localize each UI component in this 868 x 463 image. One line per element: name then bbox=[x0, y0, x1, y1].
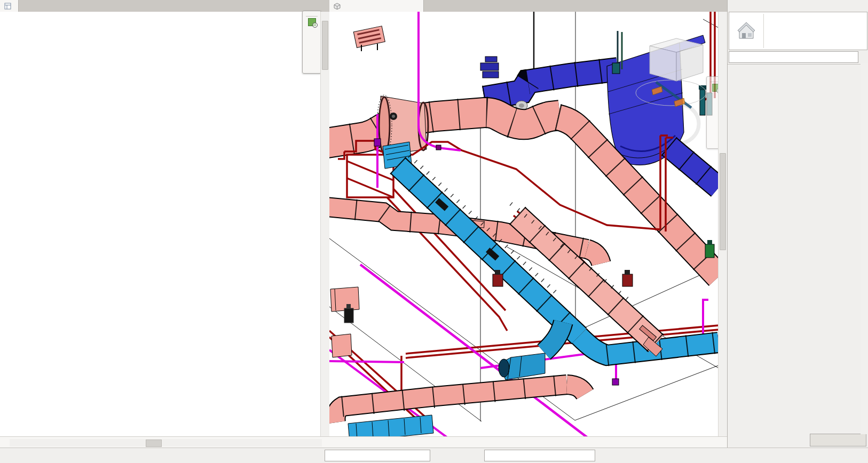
tab-3d-view[interactable] bbox=[329, 0, 424, 12]
window-menu-button[interactable] bbox=[721, 0, 727, 12]
instance-selector[interactable] bbox=[729, 51, 858, 63]
schedule-navigation-bar bbox=[302, 11, 321, 74]
editable-only-icon[interactable] bbox=[456, 451, 465, 460]
schedule-vertical-scrollbar[interactable] bbox=[320, 12, 329, 436]
type-preview bbox=[729, 14, 764, 48]
properties-scrollbar[interactable] bbox=[861, 63, 868, 434]
schedule-horizontal-scrollbar[interactable] bbox=[10, 439, 322, 446]
schedule-content bbox=[0, 12, 321, 436]
window-menu-button[interactable] bbox=[323, 0, 329, 12]
active-workset-dropdown[interactable] bbox=[325, 450, 430, 461]
worksets-icon[interactable] bbox=[312, 451, 321, 460]
tab-schedule[interactable] bbox=[0, 0, 19, 12]
properties-title-bar bbox=[728, 0, 868, 12]
schedule-icon bbox=[4, 3, 11, 10]
properties-grid bbox=[728, 64, 861, 433]
view3d-icon bbox=[334, 3, 341, 10]
edit-type-button[interactable] bbox=[860, 51, 867, 63]
revit-application bbox=[0, 0, 868, 463]
properties-panel bbox=[727, 0, 868, 448]
apply-button[interactable] bbox=[810, 434, 866, 446]
schedule-bottom-bar bbox=[0, 436, 329, 448]
house-3d-icon bbox=[735, 20, 757, 42]
schedule-window bbox=[0, 0, 330, 448]
active-design-option-dropdown[interactable] bbox=[484, 450, 595, 461]
view-control-bar bbox=[329, 436, 727, 448]
schedule-tabbar bbox=[0, 0, 329, 12]
3d-viewport[interactable] bbox=[329, 12, 719, 436]
view3d-tabbar bbox=[329, 0, 727, 12]
design-options-icon[interactable] bbox=[438, 451, 447, 460]
view3d-window bbox=[329, 0, 728, 448]
view3d-vertical-scrollbar[interactable] bbox=[718, 12, 727, 436]
manage-links-icon[interactable] bbox=[471, 451, 480, 460]
type-selector[interactable] bbox=[729, 12, 867, 50]
properties-footer bbox=[728, 433, 868, 448]
status-bar bbox=[0, 448, 868, 463]
zoom-icon[interactable] bbox=[308, 18, 316, 26]
